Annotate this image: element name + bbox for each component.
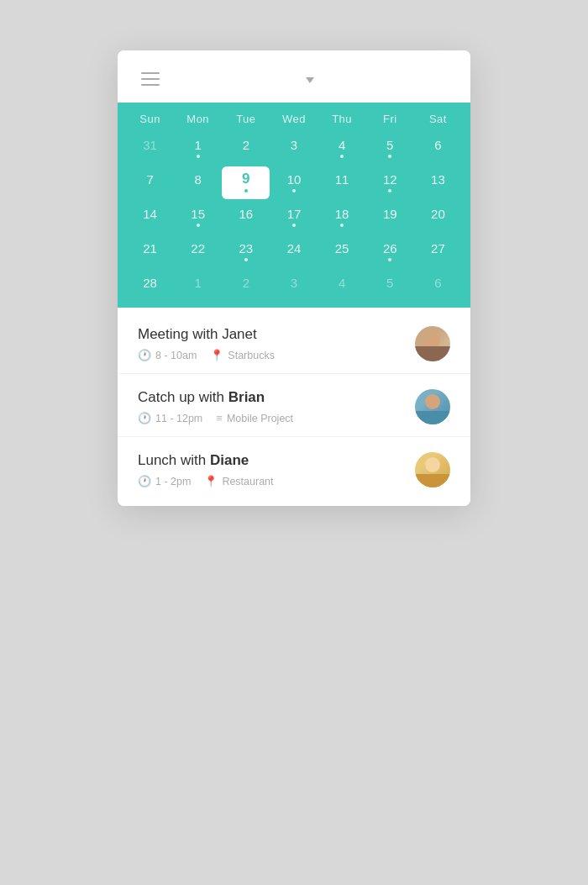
calendar-day[interactable]: 5: [366, 270, 414, 296]
phone-card: SunMonTueWedThuFriSat 311234567891011121…: [118, 50, 470, 506]
calendar-day[interactable]: 19: [366, 201, 414, 234]
day-number: 9: [242, 171, 249, 186]
calendar-day[interactable]: 20: [414, 201, 462, 234]
event-notes: ≡Mobile Project: [216, 412, 293, 424]
day-number: 4: [339, 277, 345, 289]
calendar-day[interactable]: 4: [318, 270, 366, 296]
event-title: Catch up with Brian: [138, 389, 403, 406]
calendar-day[interactable]: 15: [174, 201, 222, 234]
avatar-brian: [415, 389, 450, 424]
calendar-grid: SunMonTueWedThuFriSat 311234567891011121…: [118, 103, 470, 308]
calendar-day[interactable]: 27: [414, 235, 462, 268]
calendar-day[interactable]: 1: [174, 132, 222, 165]
event-dot: [244, 189, 248, 192]
day-number: 20: [431, 208, 445, 220]
calendar-day[interactable]: 31: [126, 132, 174, 165]
notes-icon: ≡: [216, 412, 223, 424]
calendar-day[interactable]: 10: [270, 166, 318, 199]
calendar-day[interactable]: 3: [270, 132, 318, 165]
event-meta: 🕐11 - 12pm≡Mobile Project: [138, 412, 403, 424]
calendar-day[interactable]: 26: [366, 235, 414, 268]
day-number: 1: [195, 277, 202, 289]
day-number: 5: [386, 277, 393, 289]
calendar-day[interactable]: 9: [222, 166, 270, 199]
day-header-sat: Sat: [414, 113, 462, 125]
calendar-day[interactable]: 16: [222, 201, 270, 234]
day-header-thu: Thu: [318, 113, 366, 125]
calendar-day[interactable]: 13: [414, 166, 462, 199]
calendar-day[interactable]: 6: [414, 132, 462, 165]
day-number: 3: [291, 139, 297, 151]
notes-text: Mobile Project: [227, 413, 293, 424]
calendar-day[interactable]: 7: [126, 166, 174, 199]
day-number: 25: [335, 242, 349, 255]
calendar-day[interactable]: 11: [318, 166, 366, 199]
calendar-day[interactable]: 28: [126, 270, 174, 296]
location-icon: 📍: [204, 475, 218, 487]
event-dot: [388, 155, 391, 158]
calendar-day[interactable]: 4: [318, 132, 366, 165]
avatar-janet: [415, 326, 450, 361]
clock-icon: 🕐: [138, 349, 151, 361]
calendar-day[interactable]: 2: [222, 132, 270, 165]
event-dot: [388, 258, 391, 261]
event-title: Lunch with Diane: [138, 452, 403, 469]
calendar-day[interactable]: 3: [270, 270, 318, 296]
calendar-day[interactable]: 18: [318, 201, 366, 234]
day-header-sun: Sun: [126, 113, 174, 125]
day-number: 17: [287, 208, 302, 220]
day-number: 27: [431, 242, 445, 255]
day-number: 3: [291, 277, 297, 289]
calendar-day[interactable]: 24: [270, 235, 318, 268]
day-header-tue: Tue: [222, 113, 270, 125]
event-dot: [197, 155, 200, 158]
event-content: Catch up with Brian🕐11 - 12pm≡Mobile Pro…: [138, 389, 403, 424]
day-number: 2: [243, 139, 249, 151]
event-dot: [340, 155, 344, 158]
calendar-week-1: 78910111213: [126, 166, 462, 199]
calendar-weeks: 3112345678910111213141516171819202122232…: [118, 132, 470, 296]
event-dot: [388, 189, 391, 192]
event-dot: [292, 189, 296, 192]
day-number: 12: [383, 173, 397, 186]
calendar-day[interactable]: 12: [366, 166, 414, 199]
calendar-day[interactable]: 23: [222, 235, 270, 268]
event-item[interactable]: Meeting with Janet🕐8 - 10am📍Starbucks: [118, 311, 470, 374]
day-number: 1: [195, 139, 202, 151]
day-header-wed: Wed: [270, 113, 318, 125]
calendar-day[interactable]: 25: [318, 235, 366, 268]
calendar-week-4: 28123456: [126, 270, 462, 296]
day-number: 10: [287, 173, 302, 186]
calendar-day[interactable]: 5: [366, 132, 414, 165]
event-item[interactable]: Lunch with Diane🕐1 - 2pm📍Restaurant: [118, 437, 470, 499]
menu-button[interactable]: [138, 69, 163, 89]
calendar-day[interactable]: 21: [126, 235, 174, 268]
event-location: 📍Starbucks: [210, 349, 275, 361]
event-dot: [292, 224, 296, 227]
time-text: 11 - 12pm: [155, 413, 202, 424]
clock-icon: 🕐: [138, 412, 151, 424]
calendar-day[interactable]: 6: [414, 270, 462, 296]
event-time: 🕐1 - 2pm: [138, 475, 191, 487]
calendar-day[interactable]: 1: [174, 270, 222, 296]
avatar-diane: [415, 452, 450, 487]
time-text: 1 - 2pm: [155, 476, 191, 487]
day-number: 6: [434, 139, 441, 151]
day-number: 15: [191, 208, 205, 220]
calendar-day[interactable]: 8: [174, 166, 222, 199]
calendar-day[interactable]: 22: [174, 235, 222, 268]
day-number: 11: [335, 173, 349, 186]
day-number: 6: [434, 277, 441, 289]
month-selector[interactable]: [299, 76, 314, 83]
event-dot: [340, 224, 344, 227]
event-item[interactable]: Catch up with Brian🕐11 - 12pm≡Mobile Pro…: [118, 374, 470, 437]
day-number: 7: [146, 173, 153, 186]
clock-icon: 🕐: [138, 475, 151, 487]
day-number: 26: [383, 242, 397, 255]
calendar-day[interactable]: 17: [270, 201, 318, 234]
calendar-day[interactable]: 14: [126, 201, 174, 234]
event-dot: [244, 258, 248, 261]
calendar-day[interactable]: 2: [222, 270, 270, 296]
day-number: 2: [243, 277, 249, 289]
day-number: 21: [143, 242, 157, 255]
